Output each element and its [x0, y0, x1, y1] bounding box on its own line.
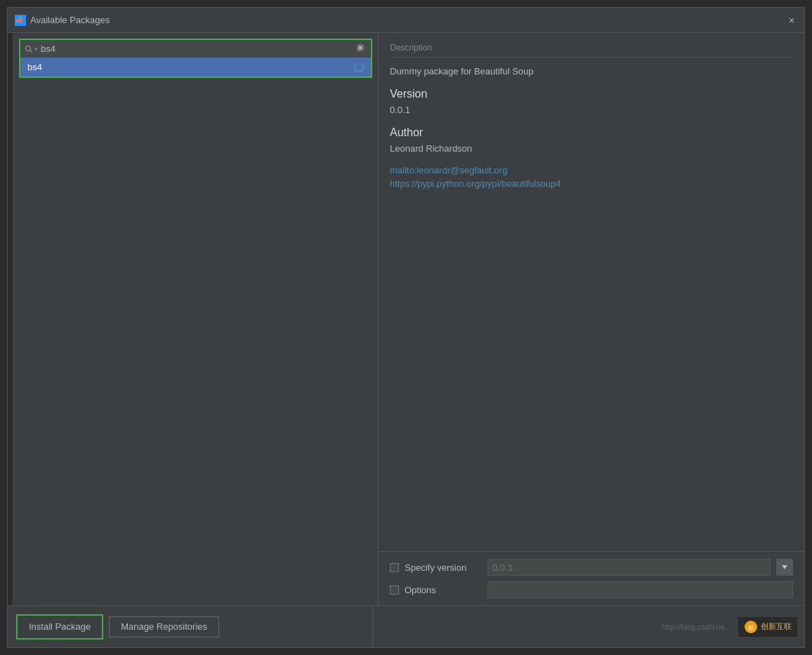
dialog-wrapper: Available Packages × — [0, 0, 812, 655]
available-packages-dialog: Available Packages × — [7, 7, 805, 648]
svg-line-4 — [30, 51, 32, 53]
clear-icon — [355, 43, 365, 53]
left-panel: ▾ bs4 — [13, 33, 379, 605]
options-row: Options — [390, 580, 793, 600]
main-content: ▾ bs4 — [8, 33, 804, 605]
pypi-link[interactable]: https://pypi.python.org/pypi/beautifulso… — [390, 178, 793, 189]
description-subtitle: Dummy package for Beautiful Soup — [390, 66, 793, 77]
chevron-down-icon — [782, 565, 787, 569]
title-bar: Available Packages × — [8, 8, 804, 33]
svg-text:创: 创 — [748, 625, 754, 631]
watermark-logo: 创 创新互联 — [738, 617, 797, 637]
specify-version-row: Specify version — [390, 557, 793, 577]
clear-search-button[interactable] — [354, 43, 367, 55]
result-item-bs4[interactable]: bs4 — [20, 58, 371, 77]
search-icon-container: ▾ — [25, 45, 38, 53]
search-icon — [25, 45, 33, 53]
manage-repositories-button[interactable]: Manage Repositories — [109, 616, 219, 637]
search-wrapper: ▾ — [20, 40, 371, 58]
package-list[interactable] — [13, 84, 378, 605]
loading-spinner — [354, 62, 364, 72]
dropdown-arrow-icon: ▾ — [34, 46, 38, 53]
title-bar-left: Available Packages — [15, 15, 110, 26]
specify-version-label: Specify version — [405, 562, 482, 573]
description-area: Description Dummy package for Beautiful … — [379, 33, 804, 551]
svg-point-3 — [26, 46, 31, 51]
left-bottom-bar: Install Package Manage Repositories — [8, 605, 373, 647]
result-item-name: bs4 — [27, 62, 42, 72]
specify-version-dropdown-button[interactable] — [776, 559, 793, 576]
email-link[interactable]: mailto:leonardr@segfault.org — [390, 165, 793, 176]
description-header: Description — [390, 43, 793, 58]
logo-icon: 创 — [744, 620, 758, 634]
options-checkbox[interactable] — [390, 585, 399, 595]
right-bottom-bar: http://blog.csdn.ne... 创 创新互联 — [373, 605, 804, 647]
dialog-title: Available Packages — [30, 15, 110, 25]
options-label: Options — [405, 585, 482, 595]
bottom-full: Install Package Manage Repositories http… — [8, 605, 804, 647]
search-input[interactable] — [41, 44, 351, 54]
install-package-button[interactable]: Install Package — [16, 614, 103, 640]
options-input[interactable] — [487, 581, 793, 598]
specify-version-checkbox[interactable] — [390, 563, 399, 572]
search-area: ▾ bs4 — [19, 39, 372, 78]
author-value: Leonard Richardson — [390, 143, 793, 154]
editor-sidebar-sliver — [8, 33, 13, 605]
bottom-options: Specify version Options — [379, 551, 804, 605]
close-button[interactable]: × — [786, 15, 797, 26]
watermark-url: http://blog.csdn.ne... — [662, 623, 731, 631]
author-label: Author — [390, 126, 793, 139]
pycharm-icon — [15, 15, 26, 26]
version-label: Version — [390, 88, 793, 100]
specify-version-input[interactable] — [487, 559, 771, 576]
bottom-bar: Install Package Manage Repositories — [8, 605, 372, 647]
version-value: 0.0.1 — [390, 105, 793, 115]
svg-rect-2 — [19, 16, 22, 22]
right-panel: Description Dummy package for Beautiful … — [379, 33, 804, 605]
logo-text: 创新互联 — [761, 621, 792, 632]
